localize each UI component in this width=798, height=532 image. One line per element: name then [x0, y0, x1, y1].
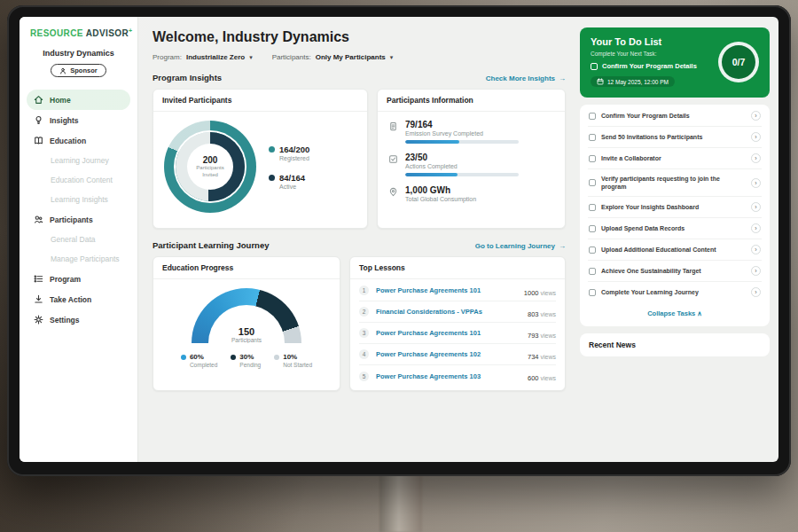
sidebar-item-general-data[interactable]: General Data [27, 230, 130, 249]
participants-information-card: Participants Information 79/164 Emission… [377, 89, 566, 229]
next-task-label: Confirm Your Program Details [602, 62, 697, 70]
lesson-row[interactable]: 3 Power Purchase Agreements 101 793views [359, 323, 556, 344]
resource-advisor-logo: RESOURCE ADVISOR+ [27, 27, 130, 38]
stat-label: Total Global Consumption [405, 196, 476, 202]
chevron-right-icon[interactable]: › [751, 266, 761, 276]
task-checkbox[interactable] [589, 225, 596, 232]
logo-resource: RESOURCE [30, 28, 83, 38]
task-row[interactable]: Confirm Your Program Details › [588, 106, 762, 127]
collapse-tasks-button[interactable]: Collapse Tasks ∧ [588, 302, 762, 325]
lesson-title-link[interactable]: Financial Considerations - VPPAs [376, 308, 528, 316]
sidebar-item-participants[interactable]: Participants [27, 209, 130, 230]
sidebar-item-education-content[interactable]: Education Content [27, 170, 130, 190]
participants-filter-value[interactable]: Only My Participants [316, 53, 386, 61]
lesson-title-link[interactable]: Power Purchase Agreements 101 [376, 329, 528, 337]
legend-item: 30% Pending [231, 353, 261, 368]
legend-label: Registered [279, 155, 309, 161]
chevron-down-icon[interactable]: ▾ [249, 54, 253, 61]
arrow-right-icon: → [559, 74, 566, 82]
lesson-views-label: views [540, 354, 556, 360]
go-to-learning-journey-link[interactable]: Go to Learning Journey → [475, 242, 566, 250]
legend-dot [231, 355, 236, 360]
task-row[interactable]: Upload Additional Educational Content › [588, 239, 762, 261]
sponsor-badge[interactable]: Sponsor [51, 64, 106, 77]
task-checkbox[interactable] [589, 289, 596, 296]
sidebar-item-home[interactable]: Home [27, 90, 130, 110]
task-row[interactable]: Upload Spend Data Records › [588, 218, 762, 239]
gear-icon [34, 315, 43, 325]
list-icon [34, 274, 43, 284]
chevron-right-icon[interactable]: › [751, 245, 761, 254]
lesson-row[interactable]: 4 Power Purchase Agreements 102 734views [359, 344, 556, 365]
task-row[interactable]: Explore Your Insights Dashboard › [588, 197, 762, 218]
task-row[interactable]: Achieve One Sustainability Target › [588, 261, 762, 282]
task-checkbox[interactable] [589, 113, 596, 120]
lesson-views-value: 793 [528, 332, 539, 340]
chevron-down-icon[interactable]: ▾ [390, 54, 394, 61]
lesson-title-link[interactable]: Power Purchase Agreements 101 [376, 286, 524, 294]
sidebar-item-settings[interactable]: Settings [27, 309, 130, 330]
sidebar-item-label: Home [50, 96, 71, 105]
legend-label: Active [279, 184, 309, 190]
task-row[interactable]: Complete Your Learning Journey › [588, 282, 762, 302]
task-row[interactable]: Verify participants requesting to join t… [588, 169, 762, 197]
lesson-title-link[interactable]: Power Purchase Agreements 102 [376, 350, 528, 358]
task-label: Explore Your Insights Dashboard [601, 203, 746, 211]
lesson-row[interactable]: 2 Financial Considerations - VPPAs 803vi… [359, 301, 556, 323]
sidebar-item-label: Learning Insights [51, 195, 108, 204]
chevron-right-icon[interactable]: › [751, 287, 761, 297]
lesson-row[interactable]: 1 Power Purchase Agreements 101 1000view… [359, 280, 556, 301]
sidebar-nav: Home Insights Education Learning Journey… [27, 90, 130, 330]
progress-fill [405, 173, 458, 176]
chevron-right-icon[interactable]: › [751, 111, 761, 121]
legend-label: Not Started [283, 362, 312, 368]
task-row[interactable]: Invite a Collaborator › [588, 148, 762, 169]
sidebar-item-program[interactable]: Program [27, 269, 130, 289]
stat-emission-survey: 79/164 Emission Survey Completed [388, 120, 554, 144]
lesson-title-link[interactable]: Power Purchase Agreements 103 [376, 372, 528, 380]
task-checkbox[interactable] [589, 134, 596, 141]
card-title: Top Lessons [350, 257, 565, 279]
task-label: Verify participants requesting to join t… [601, 175, 746, 191]
chevron-right-icon[interactable]: › [751, 178, 761, 188]
chevron-right-icon[interactable]: › [751, 132, 761, 142]
chevron-right-icon[interactable]: › [751, 202, 761, 212]
stat-label: Actions Completed [405, 163, 519, 169]
sidebar-item-learning-insights[interactable]: Learning Insights [27, 190, 130, 209]
stat-value: 23/50 [405, 153, 519, 162]
home-icon [34, 95, 43, 105]
gauge-center-label: Participants [192, 337, 301, 343]
donut-center-value: 200 [203, 155, 218, 165]
legend-item: 84/164 Active [269, 173, 309, 190]
task-checkbox[interactable] [589, 246, 596, 254]
task-list: Confirm Your Program Details › Send 50 I… [588, 106, 762, 302]
task-checkbox[interactable] [589, 155, 596, 162]
todo-progress-value: 0/7 [732, 57, 746, 67]
chevron-right-icon[interactable]: › [751, 223, 761, 233]
check-more-insights-link[interactable]: Check More Insights → [486, 74, 566, 82]
chevron-right-icon[interactable]: › [751, 153, 761, 163]
task-label: Upload Additional Educational Content [601, 246, 746, 254]
lesson-rank: 1 [359, 286, 369, 295]
recent-news-title: Recent News [589, 340, 636, 349]
sidebar-item-take-action[interactable]: Take Action [27, 289, 130, 309]
task-label: Achieve One Sustainability Target [601, 267, 746, 275]
lesson-views-label: views [540, 311, 556, 317]
book-icon [34, 136, 43, 145]
people-icon [34, 215, 43, 224]
task-checkbox[interactable] [589, 268, 596, 275]
task-checkbox[interactable] [589, 204, 596, 211]
lesson-row[interactable]: 5 Power Purchase Agreements 103 600views [359, 365, 556, 387]
program-filter-label: Program: [153, 53, 182, 61]
sidebar-item-learning-journey[interactable]: Learning Journey [27, 151, 130, 170]
task-checkbox[interactable] [589, 179, 596, 186]
sidebar-item-label: Program [50, 275, 81, 284]
program-filter-value[interactable]: Industrialize Zero [186, 53, 245, 61]
card-title: Invited Participants [153, 90, 367, 112]
sidebar-item-education[interactable]: Education [27, 130, 130, 151]
next-task-checkbox[interactable] [591, 63, 598, 70]
sidebar-item-insights[interactable]: Insights [27, 110, 130, 130]
task-row[interactable]: Send 50 Invitations to Participants › [588, 127, 762, 148]
sidebar-item-manage-participants[interactable]: Manage Participants [27, 249, 130, 269]
legend-value: 164/200 [279, 145, 309, 154]
